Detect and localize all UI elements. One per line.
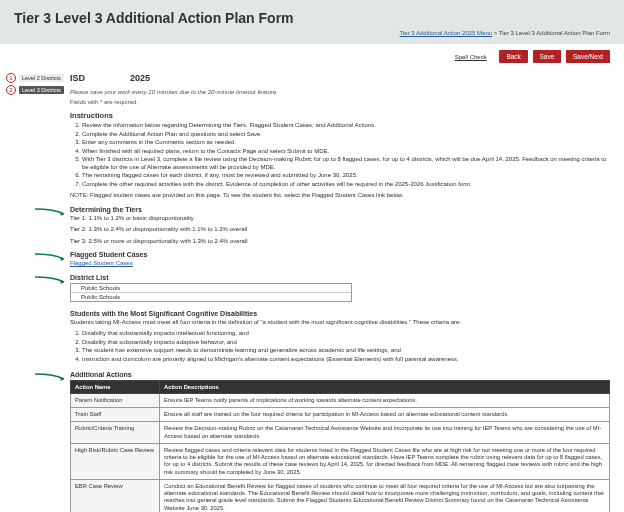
instructions-list: Review the information below regarding D…: [82, 122, 610, 188]
actions-col-desc: Action Descriptions: [160, 381, 610, 394]
mscd-heading: Students with the Most Significant Cogni…: [70, 310, 610, 317]
page-banner: Tier 3 Level 3 Additional Action Plan Fo…: [0, 0, 624, 44]
breadcrumb-sep: >: [494, 30, 498, 36]
breadcrumb-current: Tier 3 Level 3 Additional Action Plan Fo…: [499, 30, 610, 36]
instruction-item: Complete the other required activities w…: [82, 181, 610, 189]
instruction-item: When finished with all required plans, r…: [82, 148, 610, 156]
step-1[interactable]: 1 Level 2 Districts: [6, 73, 64, 83]
instruction-item: Complete the Additional Action Plan and …: [82, 131, 610, 139]
mscd-criteria-item: Disability that substantially impacts in…: [82, 330, 610, 338]
mscd-criteria-item: Disability that substantially impacts ad…: [82, 339, 610, 347]
step-nav: 1 Level 2 Districts 2 Level 3 Districts: [6, 73, 64, 97]
isd-label: ISD: [70, 73, 85, 83]
mscd-criteria-item: Instruction and curriculum are primarily…: [82, 356, 610, 364]
instruction-item: Review the information below regarding D…: [82, 122, 610, 130]
tier-row: Tier 2: 1.3% to 2.4% or disproportionali…: [70, 226, 610, 234]
table-row: High Risk/Rubric Case ReviewReview flagg…: [71, 443, 610, 479]
actions-table: Action Name Action Descriptions Parent N…: [70, 380, 610, 512]
instruction-item: The remaining flagged cases for each dis…: [82, 172, 610, 180]
instruction-item: With Tier 3 districts in Level 3, comple…: [82, 156, 610, 171]
mscd-criteria-list: Disability that substantially impacts in…: [82, 330, 610, 363]
step-2-number: 2: [6, 85, 16, 95]
save-next-button[interactable]: Save/Next: [566, 50, 610, 63]
step-1-label: Level 2 Districts: [19, 74, 64, 82]
required-note: Fields with * are required.: [70, 99, 610, 105]
instructions-heading: Instructions: [70, 111, 610, 120]
step-2-label: Level 3 Districts: [19, 86, 64, 94]
flagged-heading: Flagged Student Cases: [70, 251, 610, 258]
callout-arrow-icon: [34, 373, 66, 381]
district-heading: District List: [70, 274, 610, 281]
flagged-cases-link[interactable]: Flagged Student Cases: [70, 260, 133, 266]
breadcrumb-link[interactable]: Tier 3 Additional Action 2025 Menu: [400, 30, 493, 36]
callout-arrow-icon: [34, 253, 66, 261]
year-label: 2025: [130, 73, 150, 83]
table-row: Rubric/Criteria TrainingReview the Decis…: [71, 422, 610, 443]
save-button[interactable]: Save: [533, 50, 562, 63]
toolbar: Spell Check Back Save Save/Next: [0, 44, 624, 69]
callout-arrow-icon: [34, 208, 66, 216]
breadcrumb: Tier 3 Additional Action 2025 Menu > Tie…: [14, 30, 610, 36]
tier-row: Tier 3: 2.5% or more or disproportionali…: [70, 238, 610, 246]
mscd-intro: Students taking MI-Access must meet all …: [70, 319, 610, 327]
instructions-note: NOTE: Flagged student cases are provided…: [70, 192, 610, 200]
instruction-item: Enter any comments in the Comments secti…: [82, 139, 610, 147]
tiers-heading: Determining the Tiers: [70, 206, 610, 213]
district-row[interactable]: Public Schools: [71, 284, 351, 292]
tier-row: Tier 1: 1.1% to 1.2% or basic disproport…: [70, 215, 610, 223]
actions-col-name: Action Name: [71, 381, 160, 394]
spellcheck-link[interactable]: Spell Check: [455, 54, 487, 60]
back-button[interactable]: Back: [499, 50, 527, 63]
table-row: EBR Case ReviewConduct an Educational Be…: [71, 479, 610, 512]
table-row: Parent NotificationEnsure IEP Teams noti…: [71, 394, 610, 408]
district-row[interactable]: Public Schools: [71, 292, 351, 301]
autosave-note: Please save your work every 10 minutes d…: [70, 89, 610, 95]
step-2[interactable]: 2 Level 3 Districts: [6, 85, 64, 95]
page-title: Tier 3 Level 3 Additional Action Plan Fo…: [14, 10, 610, 26]
table-row: Train StaffEnsure all staff are trained …: [71, 408, 610, 422]
actions-heading: Additional Actions: [70, 371, 610, 378]
mscd-criteria-item: The student has extensive support needs …: [82, 347, 610, 355]
callout-arrow-icon: [34, 276, 66, 284]
context-header: ISD 2025: [70, 73, 610, 83]
step-1-number: 1: [6, 73, 16, 83]
district-list: Public Schools Public Schools: [70, 283, 352, 302]
